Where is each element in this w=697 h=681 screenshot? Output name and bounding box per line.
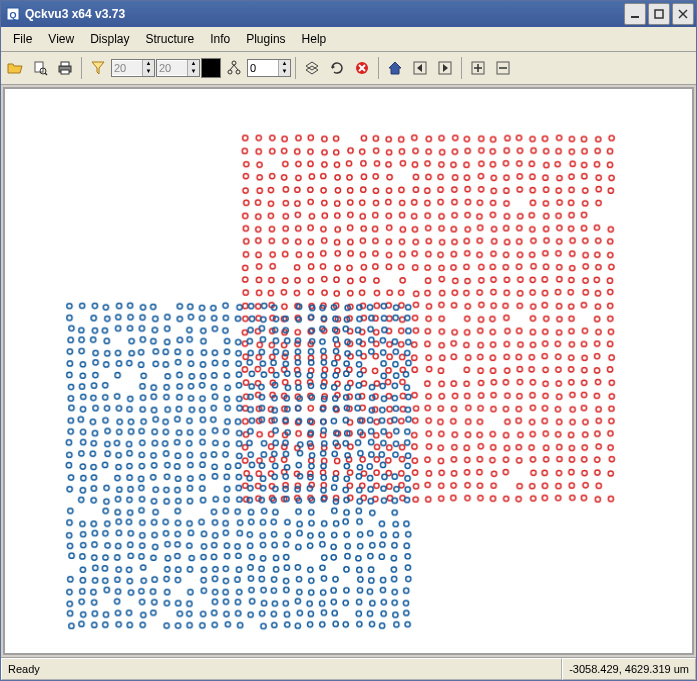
stop-button[interactable] — [350, 56, 374, 80]
spinbox-3[interactable]: ▲▼ — [247, 59, 291, 77]
layers-button[interactable] — [300, 56, 324, 80]
svg-marker-25 — [389, 62, 401, 74]
menu-plugins[interactable]: Plugins — [238, 29, 293, 49]
spin-down-icon[interactable]: ▼ — [278, 68, 290, 76]
refresh-button[interactable] — [325, 56, 349, 80]
svg-marker-6 — [8, 64, 22, 73]
open-file-button[interactable] — [3, 56, 27, 80]
menu-bar: File View Display Structure Info Plugins… — [1, 27, 696, 52]
svg-line-18 — [234, 65, 238, 70]
application-window: Q Qckvu3 x64 v3.73 File View Display Str… — [0, 0, 697, 681]
svg-marker-29 — [443, 64, 448, 72]
svg-point-15 — [228, 70, 232, 74]
zoom-out-button[interactable] — [491, 56, 515, 80]
app-icon: Q — [5, 6, 21, 22]
svg-line-9 — [45, 73, 47, 75]
minus-box-icon — [495, 60, 511, 76]
close-button[interactable] — [672, 3, 694, 25]
minimize-button[interactable] — [624, 3, 646, 25]
svg-rect-12 — [61, 70, 69, 74]
svg-marker-21 — [332, 65, 335, 69]
folder-open-icon — [7, 60, 23, 76]
toolbar-separator — [81, 57, 82, 79]
spin-up-icon[interactable]: ▲ — [142, 60, 154, 68]
status-bar: Ready -3058.429, 4629.319 um — [1, 657, 696, 680]
svg-point-16 — [236, 70, 240, 74]
spinbox-2-input[interactable] — [157, 61, 187, 75]
svg-rect-3 — [655, 10, 663, 18]
zoom-in-button[interactable] — [466, 56, 490, 80]
menu-file[interactable]: File — [5, 29, 40, 49]
home-button[interactable] — [383, 56, 407, 80]
spin-up-icon[interactable]: ▲ — [278, 60, 290, 68]
funnel-icon — [90, 60, 106, 76]
spin-up-icon[interactable]: ▲ — [187, 60, 199, 68]
maximize-button[interactable] — [648, 3, 670, 25]
color-swatch[interactable] — [201, 58, 221, 78]
spin-down-icon[interactable]: ▼ — [187, 68, 199, 76]
layout-canvas — [5, 89, 692, 653]
viewport[interactable] — [3, 87, 694, 655]
tree-icon — [226, 60, 242, 76]
printer-icon — [57, 60, 73, 76]
page-magnify-icon — [32, 60, 48, 76]
svg-rect-7 — [35, 62, 43, 72]
nav-right-button[interactable] — [433, 56, 457, 80]
toolbar-separator — [378, 57, 379, 79]
svg-marker-13 — [92, 62, 104, 74]
print-button[interactable] — [53, 56, 77, 80]
spinbox-3-input[interactable] — [248, 61, 278, 75]
spinbox-2[interactable]: ▲▼ — [156, 59, 200, 77]
menu-view[interactable]: View — [40, 29, 82, 49]
spinbox-1-input[interactable] — [112, 61, 142, 75]
layers-icon — [304, 60, 320, 76]
stop-icon — [354, 60, 370, 76]
menu-info[interactable]: Info — [202, 29, 238, 49]
print-preview-button[interactable] — [28, 56, 52, 80]
arrow-left-icon — [412, 60, 428, 76]
svg-point-14 — [232, 61, 236, 65]
svg-marker-27 — [417, 64, 422, 72]
toolbar-separator — [461, 57, 462, 79]
menu-display[interactable]: Display — [82, 29, 137, 49]
menu-help[interactable]: Help — [294, 29, 335, 49]
svg-rect-11 — [61, 62, 69, 66]
plus-box-icon — [470, 60, 486, 76]
toolbar-separator — [295, 57, 296, 79]
status-coords: -3058.429, 4629.319 um — [562, 658, 696, 680]
home-icon — [387, 60, 403, 76]
refresh-icon — [329, 60, 345, 76]
svg-line-17 — [230, 65, 234, 70]
status-left: Ready — [1, 658, 562, 680]
spin-down-icon[interactable]: ▼ — [142, 68, 154, 76]
hierarchy-button[interactable] — [222, 56, 246, 80]
filter-button[interactable] — [86, 56, 110, 80]
arrow-right-icon — [437, 60, 453, 76]
toolbar: ▲▼ ▲▼ ▲▼ — [1, 52, 696, 85]
menu-structure[interactable]: Structure — [138, 29, 203, 49]
svg-text:Q: Q — [9, 10, 16, 20]
window-title: Qckvu3 x64 v3.73 — [25, 7, 624, 21]
spinbox-1[interactable]: ▲▼ — [111, 59, 155, 77]
nav-left-button[interactable] — [408, 56, 432, 80]
title-bar: Q Qckvu3 x64 v3.73 — [1, 1, 696, 27]
